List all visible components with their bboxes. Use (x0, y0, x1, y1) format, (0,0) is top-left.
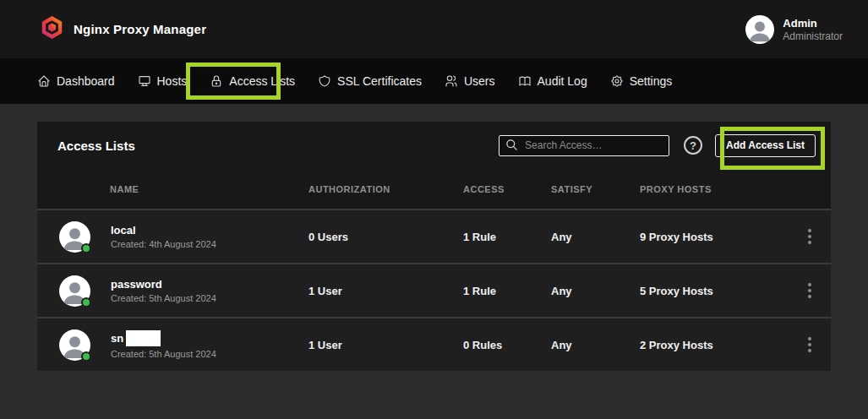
row-actions-menu-button[interactable] (800, 335, 820, 355)
nav-label: Users (464, 74, 495, 88)
row-actions-menu-button[interactable] (800, 280, 820, 301)
home-icon (37, 74, 51, 88)
cell-satisfy: Any (551, 339, 640, 351)
nav-item-users[interactable]: Users (445, 74, 495, 88)
cell-proxy-hosts: 5 Proxy Hosts (640, 285, 788, 297)
column-header-satisfy: SATISFY (551, 184, 640, 194)
cell-satisfy: Any (551, 285, 640, 297)
created-date: Created: 4th August 2024 (111, 239, 216, 249)
cell-authorization: 1 User (308, 285, 463, 297)
user-name: Admin (783, 17, 843, 30)
access-lists-panel: Access Lists ? Add Access List NAME AUTH… (37, 122, 831, 371)
help-button[interactable]: ? (684, 136, 702, 155)
access-list-name: sn (111, 332, 123, 345)
search-box (499, 135, 669, 156)
main-nav: Dashboard Hosts Access Lists SSL Certifi… (0, 58, 868, 104)
user-avatar (745, 15, 774, 44)
created-date: Created: 5th August 2024 (111, 293, 216, 303)
cell-proxy-hosts: 2 Proxy Hosts (640, 339, 788, 351)
row-avatar (59, 329, 90, 361)
cell-authorization: 0 Users (308, 231, 463, 243)
cell-name: local Created: 4th August 2024 (37, 221, 308, 253)
table-row[interactable]: sn Created: 5th August 2024 1 User 0 Rul… (37, 317, 831, 371)
app-logo-icon (41, 15, 63, 43)
cell-name: sn Created: 5th August 2024 (37, 329, 308, 361)
nav-item-ssl-certificates[interactable]: SSL Certificates (318, 74, 422, 88)
created-date: Created: 5th August 2024 (111, 349, 216, 359)
table-row[interactable]: local Created: 4th August 2024 0 Users 1… (37, 209, 831, 263)
cell-access: 1 Rule (463, 231, 551, 243)
column-header-proxy-hosts: PROXY HOSTS (640, 184, 788, 194)
cell-name: password Created: 5th August 2024 (37, 275, 308, 307)
name-block: local Created: 4th August 2024 (111, 224, 216, 249)
cell-access: 0 Rules (463, 339, 551, 351)
user-text: Admin Administrator (783, 17, 843, 42)
column-header-access: ACCESS (463, 184, 551, 194)
search-icon (505, 139, 518, 151)
access-list-name: password (111, 278, 162, 291)
online-status-dot (81, 243, 91, 253)
cell-authorization: 1 User (308, 339, 463, 351)
kebab-icon (808, 289, 811, 292)
app-header: Nginx Proxy Manager Admin Administrator (0, 0, 868, 58)
cell-proxy-hosts: 9 Proxy Hosts (640, 231, 788, 243)
row-avatar (59, 275, 90, 307)
nav-item-access-lists[interactable]: Access Lists (210, 74, 295, 88)
brand: Nginx Proxy Manager (41, 15, 206, 43)
panel-toolbar: Access Lists ? Add Access List (37, 122, 831, 169)
add-access-list-button[interactable]: Add Access List (715, 134, 816, 157)
search-input[interactable] (499, 135, 669, 156)
name-block: sn Created: 5th August 2024 (111, 330, 216, 359)
nav-label: Dashboard (57, 74, 115, 88)
access-list-name: local (111, 224, 136, 237)
user-menu[interactable]: Admin Administrator (745, 15, 843, 44)
panel-title: Access Lists (57, 139, 135, 153)
monitor-icon (138, 74, 151, 88)
user-role: Administrator (783, 30, 843, 42)
nav-item-dashboard[interactable]: Dashboard (37, 74, 115, 88)
nav-label: SSL Certificates (337, 74, 422, 88)
cell-satisfy: Any (551, 231, 640, 243)
online-status-dot (81, 297, 91, 307)
nav-label: Audit Log (538, 74, 587, 88)
cell-access: 1 Rule (463, 285, 551, 297)
nav-item-hosts[interactable]: Hosts (138, 74, 188, 88)
table-row[interactable]: password Created: 5th August 2024 1 User… (37, 263, 831, 317)
column-header-name: NAME (37, 184, 308, 194)
redaction-box (126, 330, 161, 346)
row-avatar (59, 221, 90, 253)
nav-item-audit-log[interactable]: Audit Log (518, 74, 587, 88)
question-mark-icon: ? (690, 140, 696, 151)
book-icon (518, 74, 532, 88)
shield-icon (318, 74, 331, 88)
column-header-authorization: AUTHORIZATION (308, 184, 463, 194)
online-status-dot (81, 351, 91, 362)
lock-icon (210, 74, 223, 88)
name-block: password Created: 5th August 2024 (111, 278, 216, 303)
app-title: Nginx Proxy Manager (74, 22, 206, 36)
kebab-icon (808, 235, 811, 238)
nav-label: Access Lists (229, 74, 295, 88)
gear-icon (610, 74, 624, 88)
row-actions-menu-button[interactable] (800, 226, 820, 247)
nav-item-settings[interactable]: Settings (610, 74, 673, 88)
kebab-icon (808, 343, 811, 346)
table-header-row: NAME AUTHORIZATION ACCESS SATISFY PROXY … (37, 169, 831, 209)
nav-label: Hosts (157, 74, 188, 88)
content: Access Lists ? Add Access List NAME AUTH… (0, 104, 868, 371)
users-icon (445, 74, 458, 88)
nav-label: Settings (630, 74, 673, 88)
